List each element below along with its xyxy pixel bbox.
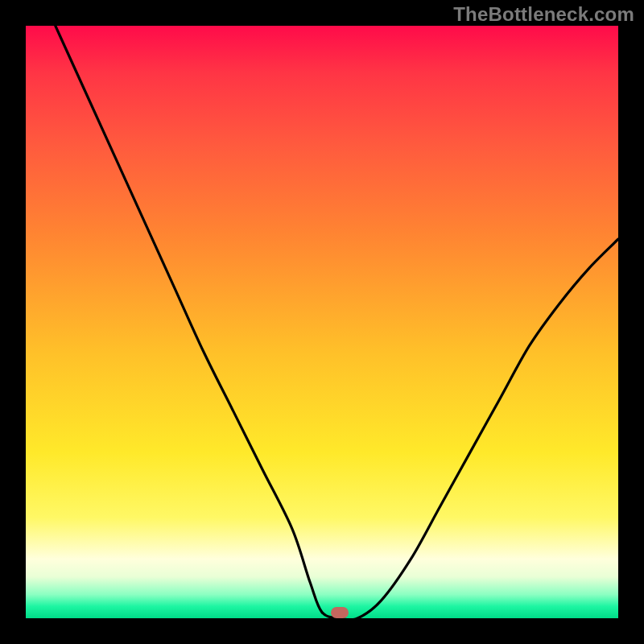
watermark-text: TheBottleneck.com: [453, 3, 634, 26]
optimum-marker: [331, 607, 349, 618]
plot-area: [26, 26, 618, 618]
chart-frame: TheBottleneck.com: [0, 0, 644, 644]
bottleneck-curve: [26, 26, 618, 618]
